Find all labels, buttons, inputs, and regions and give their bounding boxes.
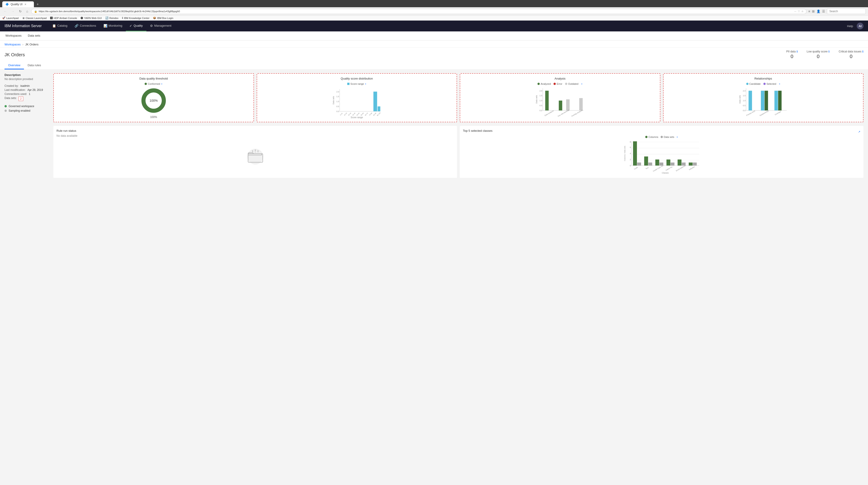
bookmark-launchpad[interactable]: 🚀 Launchpad xyxy=(2,17,19,20)
nav-quality-label: Quality xyxy=(133,24,143,27)
breadcrumb-area: Workspaces › JK Orders xyxy=(0,40,868,48)
metric-low-quality: Low quality score ℹ 0 xyxy=(807,50,830,59)
bookmark-label: HDP Ambari Console xyxy=(54,17,77,20)
forward-button[interactable]: → xyxy=(10,9,16,13)
metric-pii-value: 0 xyxy=(786,54,798,59)
tab-data-rules[interactable]: Data rules xyxy=(24,62,44,69)
error-label: Error xyxy=(557,83,562,85)
quality-threshold-legend: Conformed + xyxy=(57,83,250,85)
svg-text:70-80: 70-80 xyxy=(369,112,372,116)
svg-text:0.5: 0.5 xyxy=(539,104,542,107)
pii-label-text: PII data xyxy=(786,50,796,53)
launchpad-icon: 🚀 xyxy=(2,17,5,20)
rule-run-status-title: Rule run status xyxy=(57,129,454,132)
donut-chart: 100% xyxy=(140,87,167,114)
nav-connections[interactable]: 🔗 Connections xyxy=(71,21,100,31)
metric-low-quality-label: Low quality score ℹ xyxy=(807,50,830,53)
bookmark-label: Classic Launchpad xyxy=(26,17,46,20)
bookmark-reindex[interactable]: 🔄 Reindex xyxy=(105,17,118,20)
analyzed-dot xyxy=(537,83,540,85)
top5-header: Top 5 selected classes ↗ xyxy=(463,129,860,134)
top5-plus[interactable]: + xyxy=(676,135,678,138)
svg-text:4: 4 xyxy=(630,152,631,155)
pii-info-icon[interactable]: ℹ xyxy=(797,50,798,53)
menu-icon[interactable]: ☰ xyxy=(822,9,825,13)
metric-low-quality-value: 0 xyxy=(807,54,830,59)
main-content: Description No description provided Crea… xyxy=(0,70,868,485)
svg-text:50-60: 50-60 xyxy=(360,112,364,116)
content-layout: Description No description provided Crea… xyxy=(4,73,864,178)
ibm-knowledge-icon: ℹ xyxy=(122,17,123,20)
rule-run-status-card: Rule run status No data available xyxy=(53,126,457,178)
sub-nav-workspaces[interactable]: Workspaces xyxy=(4,31,22,40)
bookmark-label: IBM Box Login xyxy=(157,17,173,20)
browser-search-input[interactable] xyxy=(827,8,866,14)
tab-close-button[interactable]: ✕ xyxy=(24,3,26,6)
score-x-axis-label: Score range xyxy=(260,116,454,119)
selected-label: Selected xyxy=(767,83,776,85)
rule-run-no-data: No data available xyxy=(57,134,454,138)
relationships-plus[interactable]: + xyxy=(779,83,780,85)
quality-score-chart: 0.0 0.5 1.0 1.5 2.0 Data sets xyxy=(260,88,454,115)
back-button[interactable]: ← xyxy=(2,9,8,13)
tab-view-icon[interactable]: ⊞ xyxy=(812,9,815,13)
conformed-plus[interactable]: + xyxy=(161,83,162,85)
reader-icon[interactable]: ≡ xyxy=(808,9,810,13)
svg-text:Columns / Data sets: Columns / Data sets xyxy=(624,146,626,161)
bookmark-icon: ♡ xyxy=(798,10,800,13)
toolbar-icons: ≡ ⊞ 👤 ☰ xyxy=(808,9,825,13)
tab-overview[interactable]: Overview xyxy=(4,62,24,69)
reload-button[interactable]: ↻ xyxy=(18,9,23,13)
analysis-card: Analysis Analyzed Error Outdated xyxy=(460,73,660,122)
svg-rect-47 xyxy=(579,98,583,111)
left-panel: Description No description provided Crea… xyxy=(4,73,50,178)
svg-text:Data sets: Data sets xyxy=(332,96,335,104)
sub-nav-datasets[interactable]: Data sets xyxy=(27,31,41,40)
svg-rect-96 xyxy=(678,159,681,166)
svg-text:0.0: 0.0 xyxy=(743,110,746,112)
legend-score-range: Score range + xyxy=(347,83,366,85)
critical-info-icon[interactable]: ℹ xyxy=(862,50,864,53)
bookmark-ibm-box[interactable]: 📦 IBM Box Login xyxy=(153,17,173,20)
address-bar[interactable]: 🔒 ··· ♡ ☆ xyxy=(31,9,806,14)
svg-rect-39 xyxy=(545,91,549,110)
bookmark-classic-launchpad[interactable]: 🖥 Classic Launchpad xyxy=(22,17,46,20)
breadcrumb-workspaces[interactable]: Workspaces xyxy=(4,43,21,46)
svg-text:0: 0 xyxy=(630,164,631,167)
svg-rect-61 xyxy=(761,91,764,110)
page-title: JK Orders xyxy=(4,52,25,57)
bookmark-hdp[interactable]: 🅷 HDP Ambari Console xyxy=(50,17,77,20)
bookmark-ibm-knowledge[interactable]: ℹ IBM Knowledge Center xyxy=(122,17,149,20)
new-tab-button[interactable]: + xyxy=(35,1,40,7)
description-label: Description xyxy=(4,73,50,77)
conformed-dot xyxy=(145,83,147,85)
app-title: IBM Information Server xyxy=(4,24,42,28)
low-quality-info-icon[interactable]: ℹ xyxy=(829,50,830,53)
user-avatar[interactable]: AI xyxy=(857,23,864,29)
nav-management-label: Management xyxy=(154,24,172,27)
home-button[interactable]: ⌂ xyxy=(25,9,29,13)
url-input[interactable] xyxy=(39,10,793,13)
score-range-plus[interactable]: + xyxy=(365,83,366,85)
bookmark-yarn[interactable]: 🅨 YARN Web GUI xyxy=(81,17,102,20)
critical-label-text: Critical data issues xyxy=(839,50,862,53)
external-link-icon[interactable]: ↗ xyxy=(858,130,860,133)
active-tab[interactable]: 🔷 Quality UI ✕ xyxy=(2,1,34,7)
analysis-plus[interactable]: + xyxy=(581,83,583,85)
analysis-title: Analysis xyxy=(463,77,657,80)
svg-text:1.5: 1.5 xyxy=(743,94,746,97)
bottom-row: Rule run status No data available xyxy=(53,126,864,178)
nav-monitoring[interactable]: 📊 Monitoring xyxy=(100,21,126,31)
help-link[interactable]: Help xyxy=(847,24,853,28)
reindex-icon: 🔄 xyxy=(105,17,108,20)
nav-catalog[interactable]: 📋 Catalog xyxy=(49,21,71,31)
nav-management[interactable]: ⚙ Management xyxy=(146,21,175,31)
svg-rect-94 xyxy=(666,159,670,166)
svg-text:Relationships: Relationships xyxy=(759,110,769,117)
profile-icon[interactable]: 👤 xyxy=(816,9,820,13)
svg-rect-98 xyxy=(689,162,693,165)
svg-rect-19 xyxy=(373,92,377,111)
sampling-label: Sampling enabled xyxy=(8,109,30,112)
legend-candidate: Candidate xyxy=(746,83,761,85)
nav-quality[interactable]: ✓ Quality xyxy=(126,21,146,31)
